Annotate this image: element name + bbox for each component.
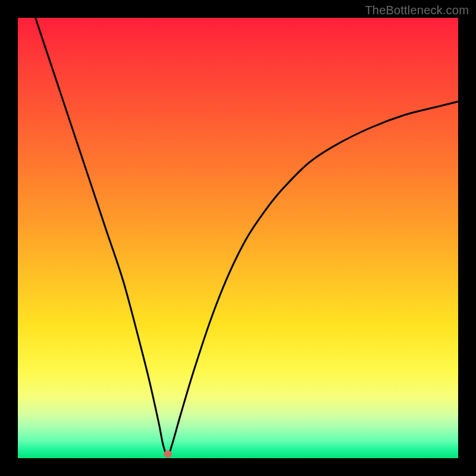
curve-svg	[18, 18, 458, 458]
bottleneck-curve	[36, 18, 458, 456]
chart-frame: TheBottleneck.com	[0, 0, 476, 476]
watermark-text: TheBottleneck.com	[365, 4, 469, 17]
plot-area	[18, 18, 458, 458]
optimum-marker	[164, 450, 172, 458]
